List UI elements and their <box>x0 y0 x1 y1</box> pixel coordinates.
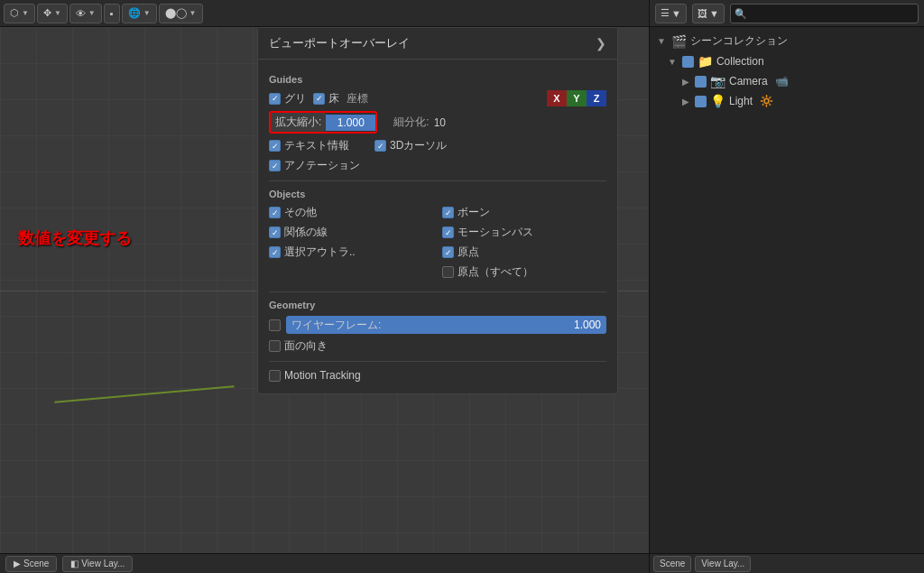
outliner-scene-btn[interactable]: Scene <box>653 556 691 572</box>
collection-item[interactable]: ▼ 📁 Collection <box>650 51 924 71</box>
relation-checkbox[interactable]: ✓ <box>269 226 281 238</box>
face-orient-checkbox[interactable] <box>269 340 281 352</box>
annotation-checkbox[interactable]: ✓ <box>269 160 281 171</box>
cursor-3d-group: ✓ 3Dカーソル <box>374 138 447 153</box>
show-hide-btn[interactable]: 👁 ▼ <box>69 4 102 23</box>
coord-label: 座標 <box>346 91 368 106</box>
divider-2 <box>269 291 606 292</box>
outliner-bottom-bar: Scene View Lay... <box>650 553 924 573</box>
annotation-row: ✓ アノテーション <box>269 158 606 173</box>
relation-group: ✓ 関係の線 <box>269 225 328 240</box>
camera-expand-arrow: ▶ <box>682 77 689 87</box>
bone-row: ✓ ボーン <box>442 205 606 220</box>
overlay-panel: ビューポートオーバーレイ ❯ Guides ✓ グリ ✓ 床 <box>257 27 618 394</box>
text-cursor-row: ✓ テキスト情報 ✓ 3Dカーソル <box>269 138 606 153</box>
view-layer-btn[interactable]: ◧ View Lay... <box>62 556 133 572</box>
wireframe-bar: ワイヤーフレーム: 1.000 <box>269 316 606 334</box>
origin-group: ✓ 原点 <box>442 245 479 260</box>
objects-col-left: ✓ その他 ✓ 関係の線 <box>269 205 433 284</box>
filter-btn[interactable]: 🖼 ▼ <box>692 4 725 23</box>
annotation-group: ✓ アノテーション <box>269 158 360 173</box>
camera-item[interactable]: ▶ 📷 Camera 📹 <box>650 71 924 91</box>
overlay-body: Guides ✓ グリ ✓ 床 座標 X <box>258 60 617 393</box>
motion-tracking-label: Motion Tracking <box>284 369 361 382</box>
subdiv-group: 細分化: 10 <box>393 115 446 130</box>
origin-all-label: 原点（すべて） <box>457 264 533 280</box>
subdiv-value[interactable]: 10 <box>434 116 446 129</box>
bone-label: ボーン <box>457 205 490 220</box>
light-type-icon: 🔆 <box>760 95 773 107</box>
geometry-section-header: Geometry <box>269 300 606 310</box>
camera-visibility-cb[interactable] <box>695 76 707 88</box>
globe-icon: 🌐 <box>128 7 141 19</box>
light-visibility-cb[interactable] <box>695 96 707 107</box>
camera-icon: 📷 <box>710 74 725 88</box>
text-info-label: テキスト情報 <box>284 138 349 153</box>
cursor-icon: ✥ <box>43 7 51 19</box>
outliner-panel: ☰ ▼ 🖼 ▼ ▼ 🎬 シーンコレクション ▼ 📁 Collectio <box>649 0 924 573</box>
select-outline-checkbox[interactable]: ✓ <box>269 246 281 258</box>
origin-all-row: 原点（すべて） <box>442 264 606 280</box>
face-orient-label: 面の向き <box>284 338 328 354</box>
motion-path-row: ✓ モーションパス <box>442 225 606 240</box>
camera-type-icon: 📹 <box>775 75 789 88</box>
collection-visibility-cb[interactable] <box>682 56 694 68</box>
shading-dots-btn[interactable]: ⬤◯ ▼ <box>159 4 203 23</box>
other-group: ✓ その他 <box>269 205 317 220</box>
z-axis-btn[interactable]: Z <box>587 90 606 106</box>
origin-checkbox[interactable]: ✓ <box>442 246 454 258</box>
light-expand-arrow: ▶ <box>682 97 689 106</box>
view-layer-label: View Lay... <box>81 559 125 568</box>
view-layer-icon: ◧ <box>70 559 79 568</box>
cursor-3d-label: 3Dカーソル <box>390 138 447 153</box>
outliner-view-layer-btn[interactable]: View Lay... <box>695 556 751 572</box>
circles-icon: ⬤◯ <box>165 7 187 19</box>
outliner-toolbar: ☰ ▼ 🖼 ▼ <box>650 0 924 27</box>
scene-collection-label: シーンコレクション <box>690 33 788 49</box>
scene-btn[interactable]: ▶ Scene <box>5 556 57 572</box>
viewport-bottom-bar: ▶ Scene ◧ View Lay... <box>0 553 649 573</box>
gizmo-btn[interactable]: 🌐 ▼ <box>122 4 157 23</box>
object-mode-btn[interactable]: ✥ ▼ <box>37 4 68 23</box>
wireframe-label: ワイヤーフレーム: <box>291 318 381 333</box>
other-label: その他 <box>284 205 317 220</box>
x-axis-btn[interactable]: X <box>547 90 567 106</box>
bone-checkbox[interactable]: ✓ <box>442 207 454 218</box>
text-info-checkbox[interactable]: ✓ <box>269 140 281 152</box>
text-info-group: ✓ テキスト情報 <box>269 138 349 153</box>
select-outline-group: ✓ 選択アウトラ.. <box>269 245 356 260</box>
y-axis-btn[interactable]: Y <box>567 90 587 106</box>
motion-path-label: モーションパス <box>457 225 533 240</box>
guides-section-header: Guides <box>269 74 606 85</box>
wireframe-value: 1.000 <box>574 319 601 331</box>
collection-icon: 📁 <box>698 54 713 69</box>
motion-tracking-row: Motion Tracking <box>269 369 606 382</box>
overlay-close-btn[interactable]: ❯ <box>596 36 606 51</box>
motion-tracking-checkbox[interactable] <box>269 370 281 382</box>
outliner-view-layer-label: View Lay... <box>701 559 744 568</box>
light-item[interactable]: ▶ 💡 Light 🔆 <box>650 91 924 111</box>
motion-path-checkbox[interactable]: ✓ <box>442 226 454 238</box>
eye-icon: 👁 <box>76 8 86 19</box>
outliner-menu-btn[interactable]: ☰ ▼ <box>655 4 687 23</box>
floor-checkbox[interactable]: ✓ <box>313 93 325 105</box>
grid-checkbox[interactable]: ✓ <box>269 93 281 105</box>
cursor-3d-checkbox[interactable]: ✓ <box>374 140 386 152</box>
face-orient-row: 面の向き <box>269 338 606 354</box>
scale-value[interactable]: 1.000 <box>326 115 375 131</box>
wireframe-checkbox[interactable] <box>269 319 281 331</box>
objects-two-col: ✓ その他 ✓ 関係の線 <box>269 205 606 284</box>
wireframe-slider[interactable]: ワイヤーフレーム: 1.000 <box>286 316 606 334</box>
viewport-icon: ⬡ <box>10 7 19 19</box>
outliner-icon: ☰ <box>661 7 670 19</box>
search-input[interactable] <box>730 4 919 23</box>
camera-label: Camera <box>729 75 768 88</box>
collection-expand-arrow: ▼ <box>668 57 677 67</box>
viewport-shading-btn[interactable]: ▪ <box>104 4 120 23</box>
origin-row: ✓ 原点 <box>442 245 606 260</box>
viewport-menu-btn[interactable]: ⬡ ▼ <box>4 4 35 23</box>
other-checkbox[interactable]: ✓ <box>269 207 281 218</box>
square-icon: ▪ <box>110 8 114 19</box>
overlay-title-bar: ビューポートオーバーレイ ❯ <box>258 28 617 60</box>
origin-all-checkbox[interactable] <box>442 266 454 278</box>
